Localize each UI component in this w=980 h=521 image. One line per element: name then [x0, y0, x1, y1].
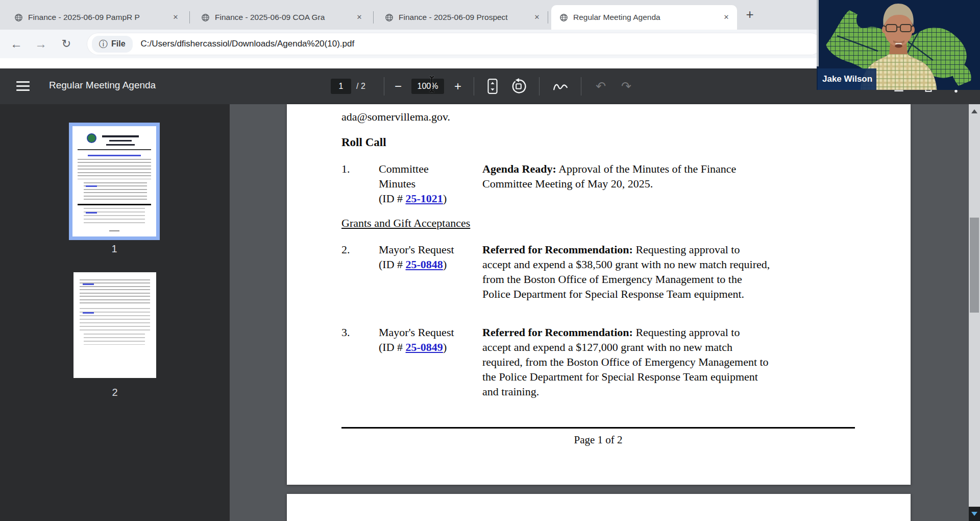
info-icon: ⓘ [99, 38, 108, 50]
scroll-up-button[interactable] [969, 104, 980, 119]
zoom-in-button[interactable]: + [449, 78, 467, 95]
toolbar-separator [581, 77, 581, 96]
tab-close-icon[interactable]: ✕ [531, 12, 543, 23]
toolbar-separator [539, 77, 540, 96]
pdf-page-1: ada@somervillema.gov. Roll Call 1. Commi… [287, 104, 911, 485]
item-description: Referred for Recommendation: Requesting … [482, 325, 771, 399]
back-icon[interactable]: ← [7, 35, 26, 53]
item-id: (ID # [379, 258, 406, 271]
item-id-link[interactable]: 25-1021 [406, 192, 443, 205]
tab-title: Finance - 2025-06-09 PampR P [28, 13, 167, 22]
webcam-overlay: Jake Wilson [817, 0, 980, 90]
item-number: 1. [341, 161, 350, 176]
tab-regular-meeting-agenda[interactable]: Regular Meeting Agenda ✕ [551, 5, 737, 30]
tab-title: Finance - 2025-06-09 COA Gra [215, 13, 351, 22]
page-number-input[interactable]: 1 [331, 79, 351, 94]
toolbar-separator [384, 77, 384, 96]
tab-finance-pampr[interactable]: Finance - 2025-06-09 PampR P ✕ [6, 5, 186, 30]
thumbnail-content [72, 126, 156, 236]
tab-divider [548, 11, 548, 23]
scrollbar-thumb[interactable] [970, 218, 979, 313]
globe-icon [14, 13, 23, 22]
section-grants: Grants and Gift Acceptances [341, 217, 470, 230]
undo-icon[interactable]: ↶ [592, 78, 609, 95]
tab-close-icon[interactable]: ✕ [354, 12, 365, 23]
tab-title: Finance - 2025-06-09 Prospect [399, 13, 528, 22]
item-label: Committee Minutes (ID # 25-1021) [379, 161, 467, 206]
file-scheme-chip[interactable]: ⓘ File [92, 36, 133, 53]
globe-icon [385, 13, 394, 22]
tab-finance-coa[interactable]: Finance - 2025-06-09 COA Gra ✕ [193, 5, 370, 30]
page-thumbnail-2[interactable] [74, 272, 156, 378]
item-description: Agenda Ready: Approval of the Minutes of… [482, 161, 771, 191]
globe-icon [559, 13, 568, 22]
tab-title: Regular Meeting Agenda [573, 13, 718, 22]
tab-finance-prospect[interactable]: Finance - 2025-06-09 Prospect ✕ [377, 5, 548, 30]
page-count-label: / 2 [356, 79, 365, 94]
thumbnail-2-label: 2 [74, 387, 156, 398]
url-text[interactable]: C:/Users/dfishercassiol/Downloads/Agenda… [141, 39, 355, 49]
page-footer: Page 1 of 2 [341, 434, 855, 446]
scroll-down-button[interactable] [969, 507, 980, 521]
item-label: Mayor's Request (ID # 25-0849) [379, 325, 467, 354]
scrollbar-track[interactable] [969, 104, 980, 521]
tab-divider [373, 11, 374, 23]
thumbnail-content [74, 272, 156, 378]
pdf-title: Regular Meeting Agenda [49, 80, 156, 91]
thumbnail-1-label: 1 [69, 243, 160, 255]
section-roll-call: Roll Call [341, 136, 386, 149]
item-id-link[interactable]: 25-0848 [406, 258, 443, 271]
globe-icon [201, 13, 210, 22]
new-tab-button[interactable]: + [741, 6, 758, 23]
page-thumbnail-1[interactable] [69, 123, 160, 240]
pdf-page-2 [287, 494, 911, 521]
toolbar-separator [474, 77, 474, 96]
fit-to-page-button[interactable] [486, 78, 499, 94]
zoom-out-button[interactable]: − [389, 78, 407, 95]
annotate-pen-icon[interactable] [552, 81, 569, 93]
item-id: (ID # [379, 341, 406, 353]
text-cursor [428, 75, 435, 94]
redo-icon[interactable]: ↷ [618, 78, 635, 95]
item-id-link[interactable]: 25-0849 [406, 341, 443, 353]
arrow-down-icon [971, 512, 977, 516]
menu-icon[interactable] [16, 81, 30, 91]
tab-close-icon[interactable]: ✕ [721, 12, 732, 23]
forward-icon[interactable]: → [32, 35, 50, 53]
omnibox[interactable]: ⓘ File C:/Users/dfishercassiol/Downloads… [87, 33, 822, 55]
rotate-button[interactable] [510, 78, 527, 94]
tab-divider [189, 11, 190, 23]
email-line: ada@somervillema.gov. [341, 110, 450, 124]
webcam-edge [817, 0, 819, 66]
item-label: Mayor's Request (ID # 25-0848) [379, 242, 467, 272]
item-description: Referred for Recommendation: Requesting … [482, 242, 771, 301]
webcam-name-label: Jake Wilson [818, 68, 876, 90]
reload-icon[interactable]: ↻ [57, 35, 76, 53]
arrow-up-icon [971, 109, 977, 113]
tab-close-icon[interactable]: ✕ [170, 12, 181, 23]
item-number: 2. [341, 242, 350, 257]
item-number: 3. [341, 325, 350, 340]
zoom-level-input[interactable]: 100% [411, 79, 444, 94]
chip-label: File [111, 39, 126, 49]
footer-rule [341, 427, 855, 429]
item-id: (ID # [379, 192, 406, 205]
